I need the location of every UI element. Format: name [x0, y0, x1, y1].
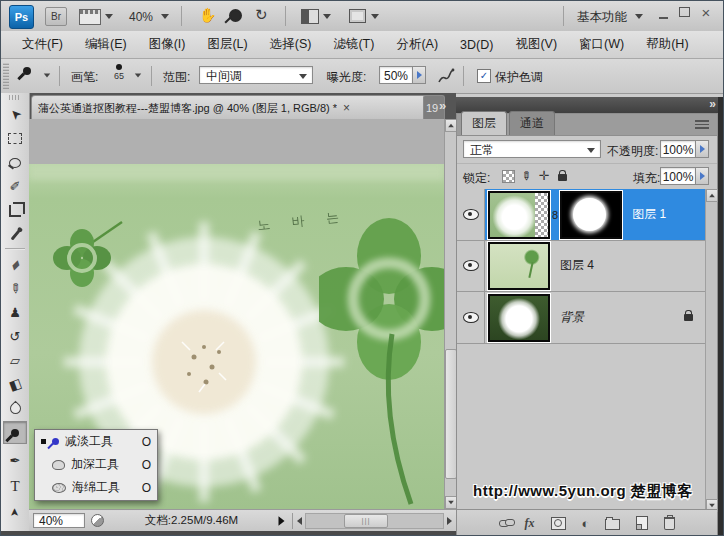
- menu-analysis[interactable]: 分析(A): [385, 32, 449, 57]
- visibility-toggle[interactable]: [457, 189, 485, 240]
- menu-3d[interactable]: 3D(D): [449, 34, 504, 56]
- pen-tool[interactable]: ✒: [3, 449, 27, 472]
- delete-layer-icon[interactable]: [664, 517, 675, 530]
- screen-mode-arrow[interactable]: [371, 14, 379, 19]
- menu-window[interactable]: 窗口(W): [568, 32, 635, 57]
- bridge-button[interactable]: Br: [45, 7, 67, 26]
- minimize-button[interactable]: [656, 9, 670, 23]
- layer-row-layer4[interactable]: 图层 4: [457, 240, 707, 292]
- hand-tool-icon[interactable]: ✋: [199, 7, 216, 23]
- lock-position-icon[interactable]: ✛: [537, 169, 551, 182]
- blend-mode-select[interactable]: 正常: [463, 140, 601, 158]
- dodge-tool-selected[interactable]: [3, 421, 27, 444]
- airbrush-icon[interactable]: [437, 67, 455, 85]
- workspace-dropdown-arrow[interactable]: [635, 14, 643, 19]
- flyout-item-burn[interactable]: 加深工具 O: [35, 453, 157, 476]
- menu-edit[interactable]: 编辑(E): [74, 32, 138, 57]
- canvas-hscroll-thumb[interactable]: |||: [344, 514, 388, 528]
- mini-bridge-dropdown-arrow[interactable]: [105, 14, 113, 19]
- tab-channels[interactable]: 通道: [509, 111, 555, 135]
- tab-overflow-chevron[interactable]: »: [439, 98, 446, 113]
- mini-bridge-icon[interactable]: [79, 9, 101, 25]
- exposure-input[interactable]: 50%: [379, 66, 413, 84]
- layer4-thumbnail[interactable]: [488, 242, 550, 290]
- current-tool-icon-dodge[interactable]: [23, 67, 31, 75]
- protect-tones-checkbox[interactable]: ✓: [477, 69, 491, 83]
- canvas-horizontal-scrollbar[interactable]: |||: [305, 513, 444, 529]
- lock-pixels-icon[interactable]: ✏: [519, 169, 533, 182]
- menu-select[interactable]: 选择(S): [259, 32, 323, 57]
- move-tool[interactable]: ➤: [3, 103, 27, 126]
- add-mask-icon[interactable]: [551, 517, 566, 530]
- brush-picker-arrow[interactable]: [135, 74, 141, 78]
- eyedropper-tool[interactable]: [3, 223, 27, 246]
- background-thumbnail[interactable]: [488, 294, 550, 342]
- tab-close-icon[interactable]: ×: [343, 101, 350, 115]
- zoom-tool-icon[interactable]: [229, 9, 242, 22]
- crop-tool[interactable]: [3, 199, 27, 222]
- hscroll-right-arrow[interactable]: [447, 517, 452, 525]
- brush-preview[interactable]: 65: [109, 62, 129, 81]
- flyout-item-sponge[interactable]: 海绵工具 O: [35, 476, 157, 499]
- layer1-mask-thumbnail[interactable]: [560, 191, 622, 239]
- menu-image[interactable]: 图像(I): [138, 32, 197, 57]
- tool-preset-arrow[interactable]: [44, 74, 50, 78]
- fill-input[interactable]: 100%: [660, 167, 696, 185]
- opacity-input[interactable]: 100%: [660, 140, 696, 158]
- clone-stamp-tool[interactable]: ♟: [3, 301, 27, 324]
- link-layers-icon[interactable]: [499, 520, 509, 527]
- status-options-arrow[interactable]: [279, 516, 285, 526]
- document-tab-active[interactable]: 蒲公英通道抠图教程---楚盟博客.jpg @ 40% (图层 1, RGB/8)…: [31, 95, 433, 120]
- hscroll-left-arrow[interactable]: [297, 517, 302, 525]
- menu-filter[interactable]: 滤镜(T): [322, 32, 385, 57]
- path-selection-tool[interactable]: ➤: [3, 501, 27, 524]
- visibility-toggle[interactable]: [457, 292, 485, 343]
- canvas-vertical-scrollbar[interactable]: [444, 119, 456, 509]
- panel-menu-icon[interactable]: [695, 120, 709, 129]
- range-select[interactable]: 中间调: [199, 66, 313, 84]
- visibility-toggle[interactable]: [457, 240, 485, 291]
- layer1-thumbnail[interactable]: [488, 191, 550, 239]
- tab-layers[interactable]: 图层: [461, 111, 507, 135]
- screen-mode-icon[interactable]: [349, 9, 366, 23]
- adjustment-layer-icon[interactable]: ◐: [582, 516, 590, 531]
- menu-layer[interactable]: 图层(L): [196, 32, 258, 57]
- zoom-dropdown-arrow[interactable]: [161, 14, 169, 19]
- type-tool[interactable]: T: [3, 475, 27, 498]
- flyout-item-dodge[interactable]: 减淡工具 O: [35, 430, 157, 453]
- arrange-documents-arrow[interactable]: [323, 14, 331, 19]
- menu-view[interactable]: 视图(V): [504, 32, 568, 57]
- eraser-tool[interactable]: ▱: [3, 349, 27, 372]
- new-layer-icon[interactable]: [636, 516, 648, 530]
- brush-tool[interactable]: ✏: [3, 277, 27, 300]
- opacity-slider-button[interactable]: [696, 140, 709, 158]
- mask-link-icon[interactable]: 8: [552, 209, 558, 221]
- status-zoom-input[interactable]: 40%: [33, 513, 85, 528]
- workspace-switcher[interactable]: 基本功能: [577, 9, 627, 26]
- zoom-level-display[interactable]: 40%: [129, 10, 153, 24]
- layer-row-layer1[interactable]: 8 图层 1: [457, 189, 707, 241]
- layer-row-background[interactable]: 背景: [457, 292, 707, 344]
- layers-scroll-up[interactable]: [706, 189, 718, 202]
- new-group-icon[interactable]: [605, 519, 620, 530]
- spot-healing-tool[interactable]: ▰: [3, 253, 27, 276]
- exposure-slider-button[interactable]: [413, 66, 426, 84]
- layer-style-fx-icon[interactable]: fx: [525, 516, 535, 531]
- lock-transparency-icon[interactable]: [501, 170, 515, 183]
- arrange-documents-icon[interactable]: [301, 9, 319, 24]
- history-brush-tool[interactable]: ↺: [3, 325, 27, 348]
- close-button[interactable]: ×: [699, 6, 713, 20]
- lock-all-icon[interactable]: [555, 171, 569, 184]
- fill-slider-button[interactable]: [696, 167, 709, 185]
- lasso-tool[interactable]: [3, 151, 27, 174]
- marquee-tool[interactable]: [3, 127, 27, 150]
- menu-help[interactable]: 帮助(H): [635, 32, 699, 57]
- collapse-panels-icon[interactable]: »: [709, 97, 715, 111]
- menu-file[interactable]: 文件(F): [11, 32, 74, 57]
- rotate-view-icon[interactable]: ↻: [255, 6, 268, 24]
- maximize-button[interactable]: [677, 7, 691, 21]
- layers-scrollbar[interactable]: [705, 189, 717, 512]
- quick-selection-tool[interactable]: ✐: [3, 175, 27, 198]
- blur-tool[interactable]: [3, 397, 27, 420]
- gradient-tool[interactable]: ◧: [3, 373, 27, 396]
